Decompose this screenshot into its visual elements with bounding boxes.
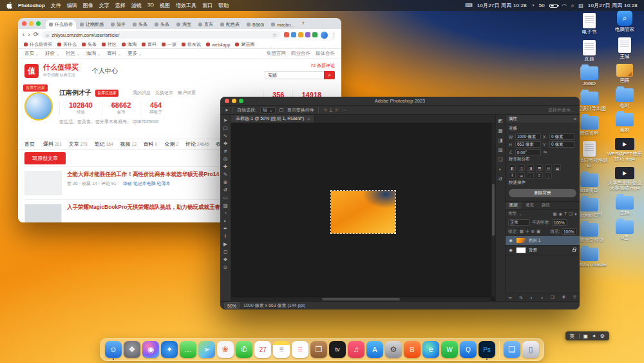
browser-tab[interactable]: 什么值得买 | 个人中心 xyxy=(46,20,76,29)
search-button[interactable]: ⌕ xyxy=(324,71,335,79)
site-name[interactable]: 什么值得买 xyxy=(43,64,79,71)
tab-properties[interactable]: 属性 xyxy=(509,116,517,122)
profile-tab[interactable]: 首页 xyxy=(24,141,36,148)
shape-tool[interactable]: ◻ xyxy=(221,248,231,255)
search-input[interactable] xyxy=(265,71,324,79)
profile-tab[interactable]: 文章 279 xyxy=(69,141,88,148)
filter-icon[interactable]: ◉ xyxy=(559,211,563,217)
corp-link[interactable]: 媒体合作 xyxy=(316,50,335,57)
horizontal-scrollbar[interactable] xyxy=(231,297,491,301)
pen-tool[interactable]: ✒ xyxy=(221,224,231,232)
lock-icon[interactable]: ✛ xyxy=(526,229,529,234)
books[interactable]: ❐ xyxy=(310,341,327,358)
reminders[interactable]: ☰ xyxy=(292,341,308,358)
browser-tab[interactable]: 头条 xyxy=(151,20,173,29)
panel-tab[interactable]: 图层 xyxy=(506,202,522,209)
layer-style-icon[interactable]: fx xyxy=(519,295,522,300)
desktop-icon[interactable]: U盘 xyxy=(607,221,643,241)
patterns-panel-icon[interactable]: ▨ xyxy=(498,147,502,153)
show-transform-checkbox[interactable] xyxy=(279,108,283,112)
menu-item[interactable]: 3D xyxy=(147,2,154,9)
blend-mode-dropdown[interactable]: 正常 xyxy=(508,219,530,226)
bookmark-item[interactable]: 值友说 xyxy=(182,41,201,48)
forward-button[interactable]: › xyxy=(28,32,30,38)
menu-item[interactable]: 增效工具 xyxy=(176,2,196,9)
tv[interactable]: tv xyxy=(329,341,346,358)
wifi-icon[interactable]: ◠ xyxy=(562,3,567,8)
user-stat[interactable]: 68662 金币 xyxy=(102,101,140,115)
music[interactable]: ♫ xyxy=(348,341,365,358)
eraser-tool[interactable]: ▭ xyxy=(221,193,231,201)
bookmark-item[interactable]: 什么值得买 xyxy=(24,41,52,48)
browser-tab[interactable]: macbo… xyxy=(268,20,298,29)
distribute-icon[interactable]: ⋮ xyxy=(545,172,552,179)
panel-tab[interactable]: 路径 xyxy=(538,202,554,209)
desktop-icon[interactable]: 大学生创新创业大赛初稿.mp4 xyxy=(607,167,643,191)
spot-healing-tool[interactable]: ✚ xyxy=(221,162,231,170)
panel-menu-icon[interactable]: ≡ xyxy=(574,117,576,121)
bookmark-item[interactable]: web4app xyxy=(206,43,230,47)
desktop-icon[interactable]: 素材 xyxy=(607,113,643,133)
swatches-panel-icon[interactable]: ▦ xyxy=(498,128,502,133)
panel-tab[interactable]: 通道 xyxy=(522,202,538,209)
browser-tab[interactable]: 头条 xyxy=(129,20,151,29)
profile-tab[interactable]: 笔记 164 xyxy=(95,141,113,148)
site-nav-item[interactable]: 社区 ⌄ xyxy=(66,50,80,57)
lasso-tool[interactable]: ∿ xyxy=(221,132,231,139)
menu-item[interactable]: 文字 xyxy=(99,2,109,9)
eyedropper-tool[interactable]: ◎ xyxy=(221,155,231,162)
input-source-label[interactable]: 英 xyxy=(570,333,575,340)
extension-icon[interactable] xyxy=(291,32,296,37)
safari[interactable]: ✦ xyxy=(161,341,178,358)
downloads-folder[interactable]: ❏ xyxy=(504,341,520,358)
siri[interactable]: ◉ xyxy=(142,341,159,358)
bookmark-item[interactable]: 买什么 xyxy=(57,41,77,48)
adjustment-layer-icon[interactable]: ◑ xyxy=(540,295,543,300)
lock-icon[interactable]: ⊕ xyxy=(531,229,534,234)
desktop-icon[interactable]: 王城 xyxy=(607,37,643,60)
canvas-area[interactable] xyxy=(231,123,495,301)
select-and-mask-button[interactable]: 选择并遮住… xyxy=(548,107,575,113)
width-field[interactable]: 1000 像素 xyxy=(515,133,541,140)
link-layers-icon[interactable]: ∞ xyxy=(509,295,512,300)
close-document-icon[interactable]: × xyxy=(307,117,310,121)
align-icon[interactable]: ⊟ xyxy=(545,164,552,171)
delete-layer-icon[interactable]: ▽ xyxy=(573,295,576,300)
angle-field[interactable]: 0.00° xyxy=(515,149,541,155)
align-center-icon[interactable]: ⊥ xyxy=(329,108,333,113)
document-tab[interactable]: 未标题-1 @ 50% (图层 1, RGB/8*) × xyxy=(231,115,315,123)
layer-visibility-icon[interactable]: ◉ xyxy=(508,248,513,253)
site-nav-item[interactable]: 百科 ⌄ xyxy=(107,50,121,57)
fill-field[interactable]: 100% xyxy=(562,228,577,235)
user-link[interactable]: 我的消息 xyxy=(133,90,151,96)
photos[interactable]: ❀ xyxy=(217,341,234,358)
zoom-level-field[interactable]: 50% xyxy=(224,302,240,309)
desktop-icon[interactable]: WPS稿PPT使用技巧.mp4 xyxy=(607,138,643,162)
marquee-tool[interactable]: ▢ xyxy=(221,124,231,132)
user-name[interactable]: 江南例才子 xyxy=(59,88,91,97)
new-comments-link[interactable]: 72 条新评论 xyxy=(310,63,335,69)
profile-tab[interactable]: 评论 24645 xyxy=(185,141,209,148)
app-menu-photoshop[interactable]: Photoshop xyxy=(18,3,45,8)
trash[interactable]: ▯ xyxy=(522,341,539,358)
chevron-down-icon[interactable]: ⌄ xyxy=(518,211,522,217)
user-link[interactable]: 兑换记录 xyxy=(155,90,173,96)
align-icon[interactable]: ◫ xyxy=(518,164,525,171)
new-tab-button[interactable]: + xyxy=(301,20,305,26)
user-link[interactable]: 账户设置 xyxy=(178,90,196,96)
menu-item[interactable]: 滤镜 xyxy=(131,2,142,9)
layer-row[interactable]: ◉ 背景 xyxy=(506,246,580,255)
hand-tool[interactable]: ✥ xyxy=(221,255,231,263)
extension-icon[interactable] xyxy=(298,32,303,37)
x-field[interactable]: 0 像素 xyxy=(549,133,575,140)
distribute-icon[interactable]: ⊞ xyxy=(518,172,525,179)
minimize-button[interactable] xyxy=(29,21,33,26)
notes[interactable]: ≡ xyxy=(273,341,290,358)
filter-icon[interactable]: ● xyxy=(574,211,577,217)
menu-clock-right[interactable]: 10月27日 周四 10:28 xyxy=(588,2,638,9)
photoshop[interactable]: Ps xyxy=(478,341,495,358)
profile-avatar[interactable] xyxy=(321,32,328,39)
vertical-scrollbar[interactable] xyxy=(491,123,495,297)
align-icon[interactable]: ◧ xyxy=(509,164,516,171)
menu-item[interactable]: 编辑 xyxy=(67,2,77,9)
